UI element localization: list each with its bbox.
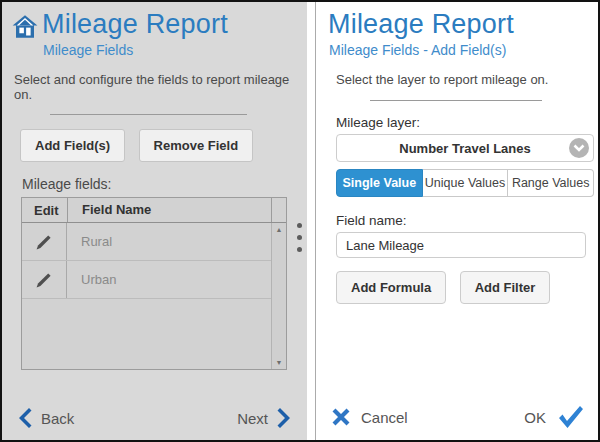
table-row[interactable]: Rural xyxy=(22,223,271,261)
chevron-down-icon[interactable] xyxy=(569,138,589,158)
right-footer: Cancel OK xyxy=(316,405,598,429)
left-title-row: Mileage Report xyxy=(2,8,307,40)
panel-divider xyxy=(307,2,316,440)
add-field-panel: Mileage Report Mileage Fields - Add Fiel… xyxy=(316,2,598,440)
left-footer: Back Next xyxy=(2,407,307,429)
ok-check-icon xyxy=(557,405,584,429)
table-header: Edit Field Name xyxy=(22,198,286,223)
table-scrollbar[interactable]: ▲ ▼ xyxy=(271,223,286,369)
field-name-column-header: Field Name xyxy=(67,198,271,222)
back-button[interactable]: Back xyxy=(15,407,74,429)
ok-label: OK xyxy=(524,409,546,426)
left-button-row: Add Field(s) Remove Field xyxy=(20,129,307,162)
mileage-fields-label: Mileage fields: xyxy=(22,176,307,192)
tab-single-value[interactable]: Single Value xyxy=(336,169,423,197)
right-button-row: Add Formula Add Filter xyxy=(336,271,598,304)
edit-row-button[interactable] xyxy=(22,261,67,298)
remove-field-button[interactable]: Remove Field xyxy=(139,129,254,162)
add-fields-button[interactable]: Add Field(s) xyxy=(20,129,125,162)
add-filter-button[interactable]: Add Filter xyxy=(460,271,551,304)
table-row[interactable]: Urban xyxy=(22,261,271,299)
pencil-icon xyxy=(35,271,53,289)
scrollbar-header-spacer xyxy=(271,198,286,222)
field-name-input[interactable] xyxy=(336,232,586,258)
tab-range-values[interactable]: Range Values xyxy=(508,169,594,197)
field-name-cell: Rural xyxy=(67,234,112,249)
right-divider xyxy=(370,100,542,101)
value-type-tabs: Single Value Unique Values Range Values xyxy=(336,169,594,197)
page-subtitle: Mileage Fields xyxy=(43,42,307,58)
mileage-layer-label: Mileage layer: xyxy=(336,115,598,130)
left-description: Select and configure the fields to repor… xyxy=(14,72,307,102)
page-title: Mileage Report xyxy=(42,8,228,40)
scroll-up-icon[interactable]: ▲ xyxy=(276,226,283,233)
mileage-layer-dropdown[interactable]: Number Travel Lanes xyxy=(336,134,594,162)
ok-button[interactable]: OK xyxy=(524,405,584,429)
home-icon xyxy=(11,13,39,40)
mileage-fields-table: Edit Field Name Rural Urban xyxy=(21,197,287,370)
field-name-cell: Urban xyxy=(67,272,116,287)
dropdown-selected-value: Number Travel Lanes xyxy=(337,141,593,156)
cancel-label: Cancel xyxy=(361,409,408,426)
field-name-label: Field name: xyxy=(336,213,598,228)
add-formula-button[interactable]: Add Formula xyxy=(336,271,446,304)
right-description: Select the layer to report mileage on. xyxy=(336,72,598,87)
mileage-report-window: Mileage Report Mileage Fields Select and… xyxy=(0,0,600,442)
next-chevron-icon xyxy=(277,407,294,429)
pencil-icon xyxy=(35,233,53,251)
page-title: Mileage Report xyxy=(328,8,598,40)
next-label: Next xyxy=(237,410,268,427)
next-button[interactable]: Next xyxy=(237,407,294,429)
cancel-button[interactable]: Cancel xyxy=(332,408,408,426)
cancel-x-icon xyxy=(332,408,350,426)
back-label: Back xyxy=(41,410,74,427)
back-chevron-icon xyxy=(15,407,32,429)
tab-unique-values[interactable]: Unique Values xyxy=(423,169,509,197)
page-subtitle: Mileage Fields - Add Field(s) xyxy=(329,42,598,58)
edit-row-button[interactable] xyxy=(22,223,67,260)
left-divider xyxy=(50,114,247,115)
scroll-down-icon[interactable]: ▼ xyxy=(276,359,283,366)
panel-splitter-handle[interactable] xyxy=(297,223,302,252)
mileage-fields-panel: Mileage Report Mileage Fields Select and… xyxy=(2,2,307,440)
edit-column-header: Edit xyxy=(22,203,67,218)
